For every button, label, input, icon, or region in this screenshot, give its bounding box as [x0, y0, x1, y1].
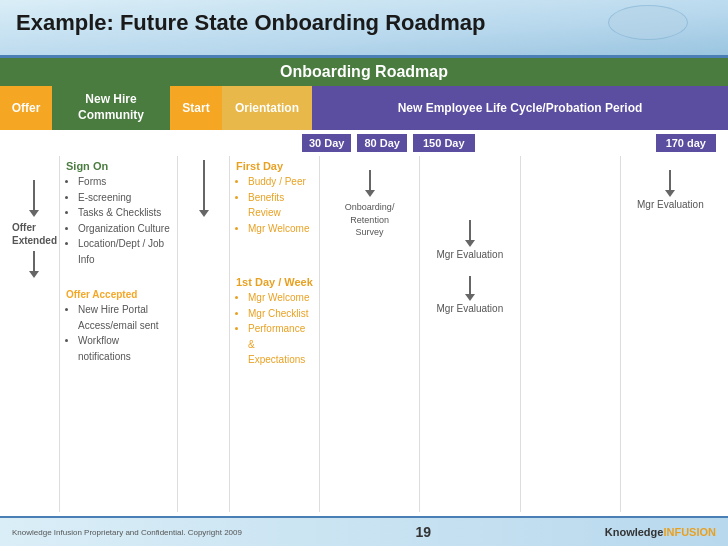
lifecycle-area: Onboarding/RetentionSurvey Mgr Evaluatio…	[320, 156, 720, 512]
mgr-eval-3: Mgr Evaluation	[625, 199, 716, 210]
phase-new-hire: New HireCommunity	[52, 86, 170, 130]
list-item: Mgr Checklist	[248, 306, 313, 322]
list-item: Tasks & Checklists	[78, 205, 171, 221]
list-item: New Hire PortalAccess/email sent	[78, 302, 171, 333]
offer-extended-label: Offer Extended	[12, 221, 55, 247]
list-item: Mgr Welcome	[248, 290, 313, 306]
list-item: Performance & Expectations	[248, 321, 313, 368]
list-item: Mgr Welcome	[248, 221, 313, 237]
col-offer: Offer Extended	[8, 156, 60, 512]
list-item: Organization Culture	[78, 221, 171, 237]
lifecycle-col-80: Mgr Evaluation Mgr Evaluation	[420, 156, 520, 512]
lifecycle-col-170: Mgr Evaluation	[621, 156, 720, 512]
day-30: 30 Day	[302, 134, 351, 152]
list-item: E-screening	[78, 190, 171, 206]
sign-on-title: Sign On	[66, 160, 171, 172]
retention-label: Onboarding/RetentionSurvey	[324, 201, 415, 239]
col-orientation: First Day Buddy / Peer Benefits Review M…	[230, 156, 320, 512]
sign-on-list: Forms E-screening Tasks & Checklists Org…	[66, 174, 171, 267]
list-item: Buddy / Peer	[248, 174, 313, 190]
offer-accepted-list: New Hire PortalAccess/email sent Workflo…	[66, 302, 171, 364]
phase-orientation: Orientation	[222, 86, 312, 130]
mgr-eval-2: Mgr Evaluation	[424, 303, 515, 314]
first-day-list: Buddy / Peer Benefits Review Mgr Welcome	[236, 174, 313, 236]
list-item: Benefits Review	[248, 190, 313, 221]
page-number: 19	[416, 524, 432, 540]
lifecycle-col-30: Onboarding/RetentionSurvey	[320, 156, 420, 512]
lifecycle-col-150	[521, 156, 621, 512]
list-item: Location/Dept / Job Info	[78, 236, 171, 267]
first-day-title: First Day	[236, 160, 313, 172]
page-footer: Knowledge Infusion Proprietary and Confi…	[0, 516, 728, 546]
offer-accepted-title: Offer Accepted	[66, 289, 171, 300]
footer-logo: KnowledgeINFUSION	[605, 526, 716, 538]
col-start	[178, 156, 230, 512]
list-item: Workflow notifications	[78, 333, 171, 364]
roadmap-body: Offer Extended Sign On Forms E-screening…	[0, 156, 728, 516]
first-week-list: Mgr Welcome Mgr Checklist Performance & …	[236, 290, 313, 368]
list-item: Forms	[78, 174, 171, 190]
day-150: 150 Day	[413, 134, 475, 152]
day-80: 80 Day	[357, 134, 406, 152]
footer-copyright: Knowledge Infusion Proprietary and Confi…	[12, 528, 242, 537]
first-week-title: 1st Day / Week	[236, 276, 313, 288]
phase-lifecycle: New Employee Life Cycle/Probation Period	[312, 86, 728, 130]
day-markers-row: 30 Day 80 Day 150 Day 170 day	[0, 130, 728, 156]
day-170: 170 day	[656, 134, 716, 152]
phase-start: Start	[170, 86, 222, 130]
page-header: Example: Future State Onboarding Roadmap	[0, 0, 728, 58]
phase-headers: Offer New HireCommunity Start Orientatio…	[0, 86, 728, 130]
mgr-eval-1: Mgr Evaluation	[424, 249, 515, 260]
col-new-hire: Sign On Forms E-screening Tasks & Checkl…	[60, 156, 178, 512]
phase-offer: Offer	[0, 86, 52, 130]
green-banner: Onboarding Roadmap	[0, 58, 728, 86]
